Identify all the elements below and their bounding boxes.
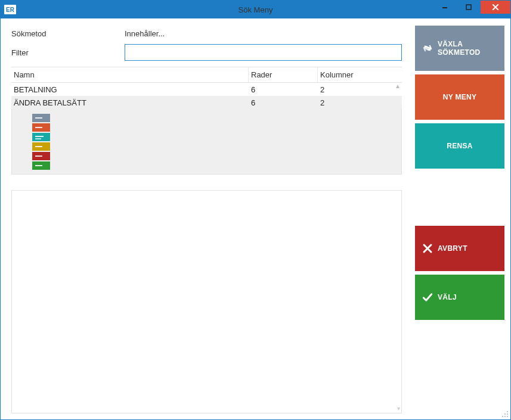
cell-rows: 6: [249, 98, 318, 107]
filter-input[interactable]: [125, 44, 402, 61]
preview-tile-stack: [32, 114, 395, 170]
resize-grip-icon[interactable]: [501, 410, 510, 419]
details-panel: ▾: [11, 190, 402, 413]
new-menu-button[interactable]: NY MENY: [415, 74, 504, 120]
column-header-name[interactable]: Namn: [11, 67, 249, 82]
cancel-button[interactable]: AVBRYT: [415, 226, 504, 271]
cell-name: BETALNING: [11, 85, 249, 94]
filter-row: Filter: [11, 44, 402, 61]
preview-tile: [32, 161, 50, 170]
column-header-rows[interactable]: Rader: [249, 67, 318, 82]
switch-search-method-button[interactable]: VÄXLA SÖKMETOD: [415, 26, 504, 71]
svg-point-3: [507, 413, 508, 415]
scroll-up-hint-icon: ▲: [394, 83, 402, 95]
app-window: ER Sök Meny Sökmetod Innehåller... Filte…: [0, 0, 511, 420]
preview-tile: [32, 123, 50, 132]
results-table: Namn Rader Kolumner BETALNING 6 2 ÄNDRA …: [11, 67, 402, 175]
svg-point-6: [504, 416, 506, 417]
select-button[interactable]: VÄLJ: [415, 275, 504, 320]
preview-tile: [32, 133, 50, 141]
table-row[interactable]: ÄNDRA BETALSÄTT 6 2: [11, 96, 402, 109]
cross-icon: [422, 243, 433, 254]
side-spacer: [415, 172, 504, 222]
svg-point-5: [507, 416, 508, 417]
preview-tile: [32, 114, 50, 122]
check-icon: [422, 292, 433, 303]
button-label: VÄLJ: [438, 293, 457, 301]
preview-tile: [32, 142, 50, 151]
svg-rect-0: [442, 7, 447, 8]
scroll-down-hint-icon: ▾: [397, 405, 400, 412]
svg-point-7: [502, 416, 503, 417]
minimize-button[interactable]: [433, 1, 457, 14]
search-method-row: Sökmetod Innehåller...: [11, 29, 402, 38]
column-header-cols[interactable]: Kolumner: [318, 67, 402, 82]
maximize-button[interactable]: [457, 1, 481, 14]
search-method-label: Sökmetod: [11, 29, 125, 38]
table-body: BETALNING 6 2 ÄNDRA BETALSÄTT 6 2 ▲: [11, 83, 402, 109]
svg-rect-1: [466, 5, 471, 10]
table-row[interactable]: BETALNING 6 2: [11, 83, 402, 96]
side-panel: VÄXLA SÖKMETOD NY MENY RENSA AVBRYT VÄLJ: [410, 18, 510, 419]
swap-icon: [422, 43, 433, 54]
app-icon: ER: [4, 5, 16, 14]
button-label: RENSA: [447, 142, 473, 150]
cell-cols: 2: [318, 85, 402, 94]
menu-preview-panel: [11, 109, 402, 175]
main-panel: Sökmetod Innehåller... Filter Namn Rader…: [1, 18, 410, 419]
cell-cols: 2: [318, 98, 402, 107]
button-label: NY MENY: [443, 93, 477, 101]
window-controls: [433, 1, 510, 14]
table-header: Namn Rader Kolumner: [11, 67, 402, 83]
button-label: AVBRYT: [438, 244, 467, 253]
svg-point-2: [507, 411, 508, 412]
filter-label: Filter: [11, 48, 125, 57]
close-button[interactable]: [481, 1, 510, 14]
clear-button[interactable]: RENSA: [415, 123, 504, 169]
cell-name: ÄNDRA BETALSÄTT: [11, 98, 249, 107]
search-method-value: Innehåller...: [125, 29, 165, 38]
preview-tile: [32, 152, 50, 160]
button-label: VÄXLA SÖKMETOD: [438, 40, 497, 57]
cell-rows: 6: [249, 85, 318, 94]
svg-point-4: [504, 413, 506, 415]
content-area: Sökmetod Innehåller... Filter Namn Rader…: [1, 18, 510, 419]
titlebar: ER Sök Meny: [1, 1, 510, 18]
